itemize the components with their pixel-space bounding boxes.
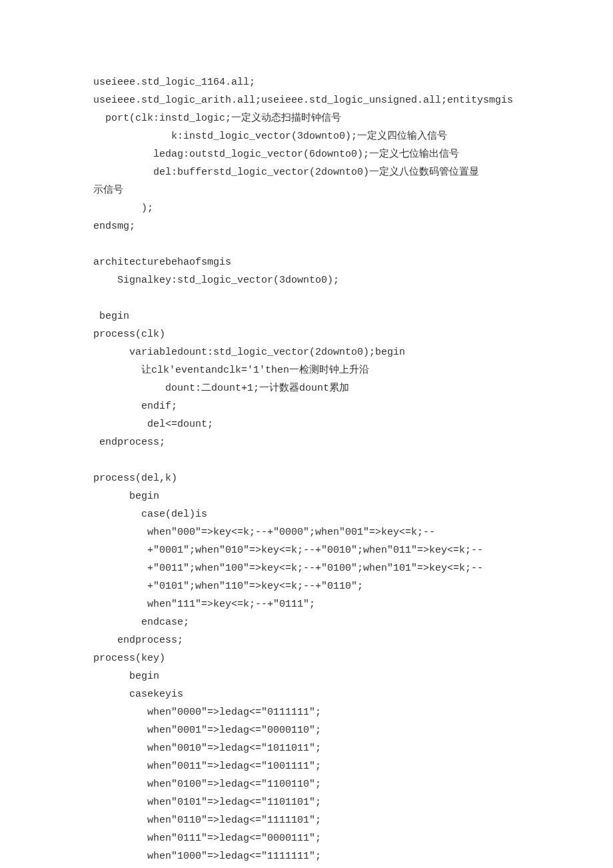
code-line: when"111"=>key<=k;--+"0111"; [93,595,520,613]
code-block: useieee.std_logic_1164.all;useieee.std_l… [93,73,520,865]
code-line [93,289,520,307]
code-line: when"0101"=>ledag<="1101101"; [93,793,520,811]
code-line [93,451,520,469]
code-line: endsmg; [93,217,520,235]
code-line: del<=dount; [93,415,520,433]
code-line: port(clk:instd_logic;一定义动态扫描时钟信号 [93,109,520,127]
code-line: when"0110"=>ledag<="1111101"; [93,811,520,829]
code-line: begin [93,667,520,685]
code-line [93,235,520,253]
code-line: +"0001";when"010"=>key<=k;--+"0010";when… [93,541,520,559]
code-line: endprocess; [93,631,520,649]
code-line: endcase; [93,613,520,631]
code-line: process(clk) [93,325,520,343]
code-line: process(del,k) [93,469,520,487]
code-line: architecturebehaofsmgis [93,253,520,271]
code-line: endif; [93,397,520,415]
code-line: endprocess; [93,433,520,451]
code-line: when"000"=>key<=k;--+"0000";when"001"=>k… [93,523,520,541]
code-line: del:bufferstd_logic_vector(2downto0)一定义八… [93,163,520,181]
code-line: when"0000"=>ledag<="0111111"; [93,703,520,721]
code-line: k:instd_logic_vector(3downto0);一定义四位输入信号 [93,127,520,145]
code-line: ledag:outstd_logic_vector(6downto0);一定义七… [93,145,520,163]
code-line: Signalkey:std_logic_vector(3downto0); [93,271,520,289]
document-page: useieee.std_logic_1164.all;useieee.std_l… [0,0,613,868]
code-line: 示信号 [93,181,520,199]
code-line: 让clk'eventandclk='1'then一检测时钟上升沿 [93,361,520,379]
code-line: case(del)is [93,505,520,523]
code-line: when"0001"=>ledag<="0000110"; [93,721,520,739]
code-line: when"1000"=>ledag<="1111111"; [93,847,520,865]
code-line: begin [93,487,520,505]
code-line: variabledount:std_logic_vector(2downto0)… [93,343,520,361]
code-line: casekeyis [93,685,520,703]
code-line: when"0111"=>ledag<="0000111"; [93,829,520,847]
code-line: begin [93,307,520,325]
code-line: useieee.std_logic_arith.all;useieee.std_… [93,91,520,109]
code-line: when"0010"=>ledag<="1011011"; [93,739,520,757]
code-line: process(key) [93,649,520,667]
code-line: when"0011"=>ledag<="1001111"; [93,757,520,775]
code-line: useieee.std_logic_1164.all; [93,73,520,91]
code-line: ); [93,199,520,217]
code-line: when"0100"=>ledag<="1100110"; [93,775,520,793]
code-line: +"0011";when"100"=>key<=k;--+"0100";when… [93,559,520,577]
code-line: dount:二dount+1;一计数器dount累加 [93,379,520,397]
code-line: +"0101";when"110"=>key<=k;--+"0110"; [93,577,520,595]
